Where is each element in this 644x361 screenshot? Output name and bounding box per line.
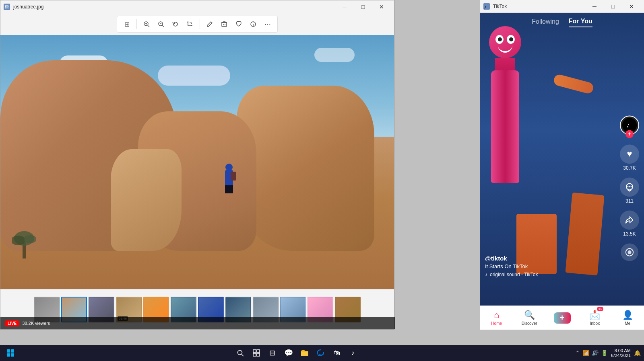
taskbar-right-area: ⌃ 📶 🔊 🔋 8:00 AM 6/24/2021 🔔 (575, 348, 641, 358)
photo-close-button[interactable]: ✕ (372, 0, 391, 13)
landscape-image (0, 35, 394, 289)
svg-rect-7 (222, 23, 227, 27)
heart-icon: ♥ (620, 144, 639, 164)
for-you-label: For You (569, 18, 592, 25)
info-button[interactable] (247, 18, 260, 31)
inbox-badge-count: 11 (597, 307, 604, 311)
tiktok-like-button[interactable]: ♥ 30.7K (620, 144, 639, 171)
music-text: original sound - TikTok (490, 272, 538, 277)
tiktok-for-you-tab[interactable]: For You (569, 16, 592, 27)
photo-app-icon: 🖼 (4, 4, 10, 10)
tiktok-record-button[interactable] (621, 243, 638, 261)
yucca-plant (12, 230, 36, 258)
taskbar-chat[interactable]: 💬 (281, 346, 296, 360)
crop-button[interactable] (184, 18, 196, 31)
discover-icon: 🔍 (524, 310, 535, 320)
tiktok-video-info: @tiktok It Starts On TikTok ♪ original s… (485, 255, 616, 277)
taskbar-task-view[interactable] (249, 346, 264, 360)
record-icon (625, 248, 634, 256)
photo-main-area (0, 35, 394, 289)
zoom-in-button[interactable] (140, 18, 153, 31)
tiktok-close-button[interactable]: ✕ (622, 0, 641, 13)
hiker-figure (221, 162, 237, 194)
tiktok-share-button[interactable]: 13.5K (620, 210, 639, 237)
taskbar-edge[interactable] (314, 346, 328, 360)
tiktok-comment-button[interactable]: 311 (620, 177, 639, 204)
tube-arm-right (553, 73, 594, 94)
me-icon: 👤 (622, 310, 633, 320)
tiktok-home-nav[interactable]: ⌂ Home (480, 310, 513, 326)
photo-window-controls: ─ □ ✕ (335, 0, 391, 13)
svg-point-16 (24, 235, 36, 243)
svg-line-5 (162, 25, 164, 27)
svg-rect-29 (11, 353, 14, 357)
tiktok-video-area[interactable]: Following For You ♪ + ♥ 30.7K (480, 13, 644, 306)
tiktok-minimize-button[interactable]: ─ (585, 0, 604, 13)
notification-icon[interactable]: 🔔 (634, 350, 641, 356)
task-view-icon (253, 349, 260, 357)
battery-icon[interactable]: 🔋 (601, 350, 608, 356)
zoom-out-button[interactable] (155, 18, 167, 31)
tiktok-music: ♪ original sound - TikTok (485, 272, 616, 277)
chevron-up-icon[interactable]: ⌃ (575, 350, 580, 356)
toolbar-separator (136, 19, 137, 29)
svg-rect-34 (253, 353, 256, 356)
tube-torso-wrap (480, 70, 561, 183)
svg-point-22 (629, 186, 630, 187)
actual-size-button[interactable]: ⊞ (120, 18, 133, 31)
svg-point-13 (253, 23, 254, 23)
tiktok-bottom-nav: ⌂ Home 🔍 Discover + 📩 11 Inbox 👤 Me (480, 306, 644, 330)
svg-point-30 (237, 351, 242, 355)
inbox-badge-wrap: 📩 11 (589, 310, 600, 320)
taskbar-store[interactable]: 🛍 (330, 346, 344, 360)
taskbar-tiktok[interactable]: ♪ (346, 346, 360, 360)
taskbar-widgets[interactable]: ⊟ (265, 346, 280, 360)
svg-rect-33 (257, 350, 260, 353)
volume-icon[interactable]: 🔊 (592, 350, 599, 356)
share-count: 13.5K (623, 231, 636, 237)
tiktok-me-nav[interactable]: 👤 Me (611, 310, 644, 326)
start-button[interactable] (3, 346, 18, 360)
search-icon (237, 349, 244, 357)
create-plus-button[interactable]: + (554, 312, 571, 324)
tiktok-username[interactable]: @tiktok (485, 255, 616, 262)
svg-rect-27 (11, 349, 14, 353)
tiktok-top-nav: Following For You (480, 16, 644, 27)
clock-time: 8:00 AM (611, 348, 631, 353)
figure-legs (225, 185, 233, 193)
network-icon[interactable]: 📶 (582, 350, 589, 356)
live-badge: LIVE (5, 320, 19, 326)
cloud-2 (158, 66, 230, 86)
more-button[interactable]: ⋯ (261, 18, 274, 31)
taskbar-search-button[interactable] (233, 346, 248, 360)
tube-body (491, 70, 519, 183)
svg-rect-26 (7, 349, 10, 353)
tiktok-maximize-button[interactable]: □ (604, 0, 622, 13)
rock-small (111, 149, 182, 251)
home-label: Home (491, 321, 502, 326)
tiktok-discover-nav[interactable]: 🔍 Discover (513, 310, 545, 326)
me-label: Me (625, 321, 630, 326)
photo-minimize-button[interactable]: ─ (335, 0, 354, 13)
discover-label: Discover (522, 321, 537, 326)
tiktok-follow-button[interactable]: + (625, 130, 634, 138)
svg-line-1 (148, 25, 149, 27)
inbox-icon: 📩 11 (589, 310, 600, 320)
svg-text:♪: ♪ (626, 121, 630, 129)
taskbar: ⊟ 💬 🛍 ♪ ⌃ 📶 🔊 🔋 8:00 AM 6/24/202 (0, 345, 644, 361)
photo-maximize-button[interactable]: □ (354, 0, 372, 13)
taskbar-center-icons: ⊟ 💬 🛍 ♪ (19, 346, 574, 360)
tiktok-following-tab[interactable]: Following (532, 16, 559, 27)
comment-count: 311 (625, 198, 634, 204)
rotate-button[interactable] (169, 18, 182, 31)
tiktok-window-title: TikTok (493, 4, 585, 9)
taskbar-clock[interactable]: 8:00 AM 6/24/2021 (611, 348, 631, 358)
system-tray: ⌃ 📶 🔊 🔋 (575, 350, 608, 356)
tiktok-inbox-nav[interactable]: 📩 11 Inbox (578, 310, 611, 326)
delete-button[interactable] (218, 18, 231, 31)
svg-line-31 (242, 355, 244, 357)
edit-button[interactable] (203, 18, 216, 31)
favorite-button[interactable] (232, 18, 245, 31)
taskbar-file-explorer[interactable] (297, 346, 312, 360)
tiktok-create-nav[interactable]: + (546, 312, 578, 324)
